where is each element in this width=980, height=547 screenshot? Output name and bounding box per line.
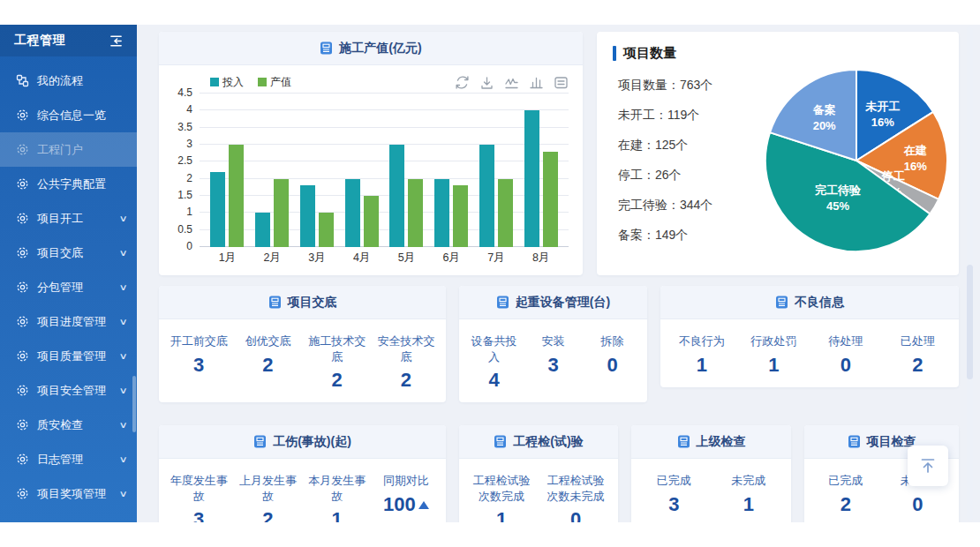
stat-value: 2 xyxy=(813,495,878,514)
stat-未完成: 未完成1 xyxy=(712,473,787,514)
bar-group-2月[interactable] xyxy=(250,94,295,247)
sidebar-item-label: 分包管理 xyxy=(37,280,120,296)
document-icon xyxy=(320,41,333,55)
gear-icon xyxy=(16,143,29,156)
bar-产值-4月[interactable] xyxy=(364,196,379,247)
bar-chart[interactable]: 投入产值 00.511.522.533.544.5 1月2月3月4月5月6月7月… xyxy=(159,65,583,275)
sidebar-item-label: 工程门户 xyxy=(37,142,126,158)
bar-投入-5月[interactable] xyxy=(389,145,404,247)
chevron-down-icon: ∨ xyxy=(118,386,127,395)
document-icon xyxy=(253,435,267,448)
sidebar-item-8[interactable]: 项目质量管理∨ xyxy=(0,339,137,373)
sidebar-scrollbar-thumb[interactable] xyxy=(132,376,136,432)
legend-item[interactable]: 产值 xyxy=(258,75,291,90)
sidebar-item-11[interactable]: 日志管理∨ xyxy=(0,442,137,476)
project-count-title: 项目数量 xyxy=(623,45,676,62)
stat-label: 本月发生事故 xyxy=(306,473,368,504)
chevron-down-icon: ∨ xyxy=(118,454,127,464)
stat-card-上级检查: 上级检查已完成3未完成1 xyxy=(631,425,791,522)
stat-card-工程检(试)验: 工程检(试)验工程检试验次数完成1工程检试验次数未完成0 xyxy=(459,425,618,522)
bar-group-3月[interactable] xyxy=(295,94,340,247)
legend-item[interactable]: 投入 xyxy=(210,75,244,90)
sidebar-item-0[interactable]: 我的流程 xyxy=(0,64,137,98)
stat-待处理: 待处理0 xyxy=(810,333,882,375)
x-tick-label: 4月 xyxy=(339,251,384,266)
bar-产值-7月[interactable] xyxy=(498,179,513,247)
bar-产值-5月[interactable] xyxy=(408,179,423,247)
production-chart-panel: 施工产值(亿元) 投入产值 00.511.522.533.544.5 1月2月3… xyxy=(159,32,583,275)
card-title: 上级检查 xyxy=(697,434,746,450)
chevron-down-icon: ∨ xyxy=(118,489,127,498)
chevron-down-icon: ∨ xyxy=(118,351,127,361)
sidebar-item-12[interactable]: 项目奖项管理∨ xyxy=(0,476,137,511)
bar-投入-1月[interactable] xyxy=(210,172,225,247)
flow-icon xyxy=(16,74,29,87)
bar-投入-7月[interactable] xyxy=(479,145,494,247)
bar-产值-1月[interactable] xyxy=(229,145,244,247)
stat-value: 2 xyxy=(237,510,298,522)
pie-body: 项目数量：763个未开工：119个在建：125个停工：26个完工待验：344个备… xyxy=(597,62,959,258)
y-axis: 00.511.522.533.544.5 xyxy=(168,94,200,247)
chevron-down-icon: ∨ xyxy=(118,420,127,430)
bar-产值-8月[interactable] xyxy=(543,152,558,247)
data-view-icon[interactable] xyxy=(554,75,569,90)
bar-投入-2月[interactable] xyxy=(255,213,270,247)
stat-同期对比: 同期对比100 xyxy=(372,473,441,522)
bar-投入-6月[interactable] xyxy=(434,179,449,247)
pie-chart[interactable]: 未开工16%在建16%停工3%完工待验45%备案20% xyxy=(761,65,952,256)
bar-group-5月[interactable] xyxy=(384,94,429,247)
gear-icon xyxy=(16,487,29,500)
sidebar-item-label: 项目进度管理 xyxy=(37,314,120,330)
y-tick-label: 1.5 xyxy=(177,189,192,201)
stat-label: 工程检试验次数完成 xyxy=(468,473,535,504)
gear-icon xyxy=(16,109,29,122)
production-panel-header: 施工产值(亿元) xyxy=(159,32,583,65)
sidebar-item-9[interactable]: 项目安全管理∨ xyxy=(0,373,137,408)
stat-value: 3 xyxy=(527,356,579,375)
menu-fold-icon[interactable] xyxy=(109,33,124,49)
bar-产值-3月[interactable] xyxy=(319,213,334,247)
bar-投入-3月[interactable] xyxy=(300,185,315,247)
card-body: 设备共投入4安装3拆除0 xyxy=(459,319,647,402)
sidebar-item-1[interactable]: 综合信息一览 xyxy=(0,98,137,132)
stat-cards-row-1: 项目交底开工前交底3创优交底2施工技术交底2安全技术交底2起重设备管理(台)设备… xyxy=(159,286,959,402)
sidebar-item-7[interactable]: 项目进度管理∨ xyxy=(0,304,137,339)
sidebar-item-4[interactable]: 项目开工∨ xyxy=(0,201,137,236)
stat-施工技术交底: 施工技术交底2 xyxy=(303,333,372,390)
sidebar-item-3[interactable]: 公共字典配置 xyxy=(0,167,137,201)
bar-产值-6月[interactable] xyxy=(453,185,468,247)
project-stat-line: 备案：149个 xyxy=(618,228,761,244)
sidebar-item-label: 日志管理 xyxy=(37,452,120,468)
production-panel-title: 施工产值(亿元) xyxy=(339,41,421,56)
line-chart-icon[interactable] xyxy=(504,75,519,90)
bar-chart-icon[interactable] xyxy=(529,75,544,90)
bar-group-1月[interactable] xyxy=(205,94,250,247)
refresh-icon[interactable] xyxy=(455,75,470,90)
card-title: 项目交底 xyxy=(288,295,337,311)
stat-value: 2 xyxy=(886,356,951,375)
bar-投入-4月[interactable] xyxy=(345,179,360,247)
sidebar-item-10[interactable]: 质安检查∨ xyxy=(0,408,137,442)
x-tick-label: 8月 xyxy=(518,251,563,266)
download-icon[interactable] xyxy=(479,75,494,90)
bar-group-6月[interactable] xyxy=(429,94,474,247)
stat-label: 上月发生事故 xyxy=(237,473,298,504)
project-count-header: 项目数量 xyxy=(597,32,959,62)
sidebar-item-2[interactable]: 工程门户 xyxy=(0,132,137,167)
legend-swatch xyxy=(258,78,267,86)
bar-产值-2月[interactable] xyxy=(274,179,289,247)
back-to-top-button[interactable] xyxy=(908,446,948,486)
legend-label: 投入 xyxy=(222,75,244,90)
page-scrollbar-thumb[interactable] xyxy=(967,265,973,379)
bar-投入-8月[interactable] xyxy=(524,110,539,247)
bar-group-8月[interactable] xyxy=(518,94,563,247)
stat-value: 0 xyxy=(586,356,638,375)
sidebar-item-6[interactable]: 分包管理∨ xyxy=(0,270,137,304)
chart-top-bar: 投入产值 xyxy=(168,71,569,94)
bar-group-7月[interactable] xyxy=(474,94,519,247)
bar-group-4月[interactable] xyxy=(339,94,384,247)
page-scrollbar[interactable] xyxy=(967,26,973,521)
plot-area[interactable] xyxy=(200,94,569,247)
sidebar-item-5[interactable]: 项目交底∨ xyxy=(0,236,137,270)
project-stat-line: 在建：125个 xyxy=(618,138,761,154)
